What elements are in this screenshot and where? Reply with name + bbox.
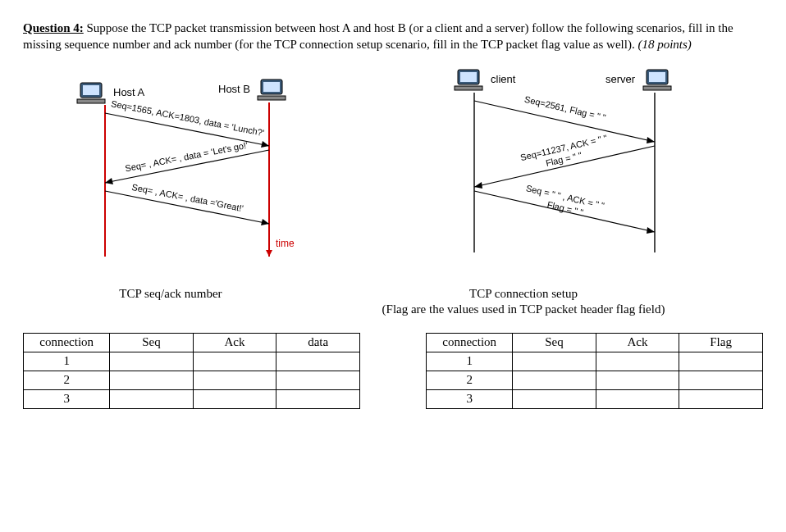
col-flag: Flag — [679, 333, 763, 352]
msg1-text: Seq=1565, ACK=1803, data = 'Lunch?' — [110, 98, 265, 138]
question-prefix: Question 4: — [23, 21, 84, 34]
cell-conn-1: 1 — [427, 352, 513, 371]
col-connection: connection — [24, 333, 110, 352]
left-caption: TCP seq/ack number — [119, 286, 222, 302]
col-ack: Ack — [193, 333, 276, 352]
right-caption-l1: TCP connection setup — [469, 287, 578, 300]
cell-blank[interactable] — [276, 389, 360, 408]
computer-icon — [77, 83, 105, 103]
server-label: server — [605, 73, 636, 85]
right-caption-l2: (Flag are the values used in TCP packet … — [382, 302, 665, 316]
cell-blank[interactable] — [193, 371, 276, 389]
cell-conn-3: 3 — [24, 389, 110, 408]
cell-blank[interactable] — [193, 389, 276, 408]
col-data: data — [276, 333, 360, 352]
table-row: 3 — [24, 389, 360, 408]
cell-blank[interactable] — [596, 352, 679, 371]
cell-blank[interactable] — [679, 371, 763, 389]
hs-msg1-text: Seq=2561, Flag = " " — [523, 93, 607, 122]
cell-conn-2: 2 — [24, 371, 110, 389]
cell-blank[interactable] — [513, 371, 596, 389]
right-caption: TCP connection setup (Flag are the value… — [382, 286, 665, 318]
table-row: 2 — [427, 371, 763, 389]
seq-ack-table: connection Seq Ack data 1 2 3 — [23, 333, 360, 409]
cell-blank[interactable] — [193, 352, 276, 371]
question-text: Question 4: Suppose the TCP packet trans… — [23, 20, 763, 53]
computer-icon — [643, 70, 671, 90]
table-row: 2 — [24, 371, 360, 389]
time-label: time — [276, 238, 295, 249]
msg3-text: Seq= , ACK= , data ='Great!' — [131, 181, 244, 212]
table-row: connection Seq Ack Flag — [427, 333, 763, 352]
col-ack: Ack — [596, 333, 679, 352]
table-row: 1 — [24, 352, 360, 371]
svg-rect-1 — [83, 85, 99, 95]
question-points: (18 points) — [637, 38, 691, 51]
question-body: Suppose the TCP packet transmission betw… — [23, 21, 733, 51]
svg-rect-11 — [643, 86, 671, 90]
arrow-down-icon — [266, 250, 272, 257]
arrow-right-icon — [261, 219, 269, 225]
svg-rect-7 — [460, 72, 477, 82]
table-row: 1 — [427, 352, 763, 371]
seq-ack-diagram-svg: Host A Host B time Seq=1565, ACK=1803, d… — [23, 68, 318, 281]
cell-blank[interactable] — [596, 371, 679, 389]
cell-blank[interactable] — [276, 352, 360, 371]
cell-conn-2: 2 — [427, 371, 513, 389]
svg-rect-10 — [649, 72, 665, 82]
computer-icon — [258, 80, 286, 100]
client-label: client — [491, 73, 516, 85]
cell-blank[interactable] — [513, 352, 596, 371]
arrow-left-icon — [105, 178, 113, 184]
col-connection: connection — [427, 333, 513, 352]
computer-icon — [455, 70, 482, 90]
arrow-right-icon — [647, 227, 655, 234]
arrow-left-icon — [474, 182, 482, 189]
host-b-label: Host B — [218, 83, 250, 95]
cell-blank[interactable] — [276, 371, 360, 389]
cell-blank[interactable] — [679, 352, 763, 371]
cell-blank[interactable] — [513, 389, 596, 408]
msg2-text: Seq= , ACK= , data = 'Let's go!' — [124, 139, 249, 173]
cell-conn-3: 3 — [427, 389, 513, 408]
col-seq: Seq — [110, 333, 193, 352]
cell-blank[interactable] — [596, 389, 679, 408]
handshake-table: connection Seq Ack Flag 1 2 3 — [426, 333, 763, 409]
svg-rect-4 — [263, 82, 280, 92]
arrow-right-icon — [261, 141, 269, 148]
left-diagram: Host A Host B time Seq=1565, ACK=1803, d… — [23, 68, 318, 318]
diagrams-row: Host A Host B time Seq=1565, ACK=1803, d… — [23, 68, 763, 318]
right-diagram: client server Seq=2561, Flag = " " Seq=1… — [351, 68, 696, 318]
cell-conn-1: 1 — [24, 352, 110, 371]
handshake-diagram-svg: client server Seq=2561, Flag = " " Seq=1… — [351, 68, 696, 281]
table-row: connection Seq Ack data — [24, 333, 360, 352]
cell-blank[interactable] — [679, 389, 763, 408]
svg-rect-8 — [455, 86, 482, 90]
cell-blank[interactable] — [110, 371, 193, 389]
tables-row: connection Seq Ack data 1 2 3 connection — [23, 333, 763, 409]
col-seq: Seq — [513, 333, 596, 352]
cell-blank[interactable] — [110, 389, 193, 408]
host-a-label: Host A — [113, 86, 145, 98]
svg-rect-2 — [77, 99, 105, 103]
table-row: 3 — [427, 389, 763, 408]
cell-blank[interactable] — [110, 352, 193, 371]
arrow-right-icon — [647, 137, 655, 143]
svg-rect-5 — [258, 96, 286, 100]
